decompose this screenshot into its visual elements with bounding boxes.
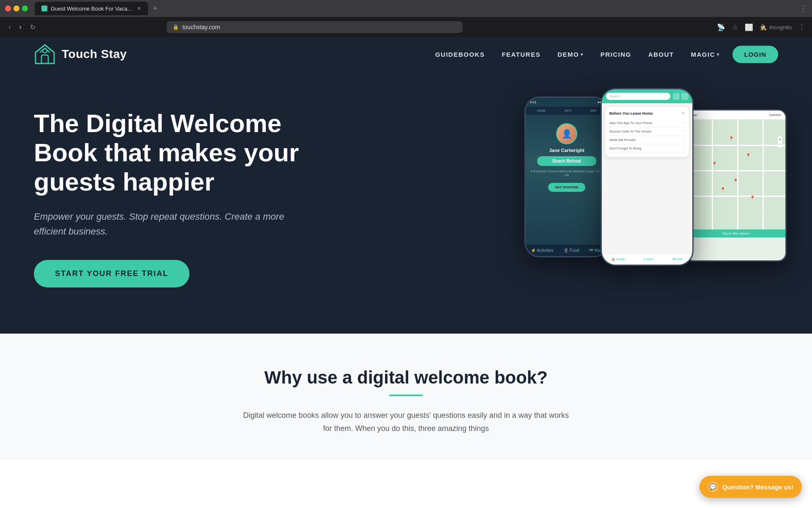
url-text: touchstay.com bbox=[182, 24, 220, 30]
incognito-label: Incognito bbox=[769, 24, 792, 30]
profile-avatar: 👤 bbox=[556, 123, 577, 144]
refresh-button[interactable]: ↻ bbox=[28, 22, 37, 33]
phone-bottom-nav: ⚡ Activities 🍴 Food 🗺 Map bbox=[526, 245, 608, 256]
tab-title: Guest Welcome Book For Vaca... bbox=[51, 6, 132, 12]
arrow-icon: › bbox=[683, 130, 685, 133]
map-filter-bar[interactable]: Tap to filter places bbox=[686, 229, 785, 237]
minimize-window-button[interactable] bbox=[14, 6, 19, 11]
phone-search-placeholder: Search bbox=[609, 94, 620, 98]
nav-links: GUIDEBOOKS FEATURES DEMO ▾ PRICING ABOUT… bbox=[435, 51, 720, 58]
address-bar: ‹ › ↻ 🔒 touchstay.com 📡 ☆ ⬜ 🕵️ Incognito… bbox=[0, 17, 812, 37]
modal-item-3: Don't Forget To Bring › bbox=[609, 144, 685, 153]
hero-subtitle: Empower your guests. Stop repeat questio… bbox=[34, 209, 304, 239]
road-v1 bbox=[712, 119, 713, 229]
phone-mockup-center: Search Before You Leave Home ✕ bbox=[601, 88, 694, 266]
road-v3 bbox=[763, 119, 764, 229]
extension-icon[interactable]: ⬜ bbox=[745, 23, 753, 31]
get-started-button[interactable]: GET STARTED bbox=[548, 183, 585, 192]
pc-nav-home: 🏠 HOME bbox=[612, 258, 625, 261]
new-tab-button[interactable]: + bbox=[150, 4, 161, 13]
beach-label: Beach Retreat bbox=[537, 156, 596, 166]
browser-window: Guest Welcome Book For Vaca... ✕ + ⋮ ‹ ›… bbox=[0, 0, 812, 460]
map-header: Map Satellite bbox=[686, 110, 785, 119]
phone-nav-map: MAP bbox=[590, 109, 597, 112]
nav-demo[interactable]: DEMO ▾ bbox=[557, 51, 584, 58]
map-pin-6: 📍 bbox=[750, 196, 755, 200]
back-button[interactable]: ‹ bbox=[7, 22, 12, 33]
phone-center-icons bbox=[673, 93, 688, 100]
pc-nav-info: ℹ INFO bbox=[644, 258, 653, 261]
nav-about[interactable]: ABOUT bbox=[648, 51, 674, 58]
road-h1 bbox=[686, 145, 785, 146]
profile-section: 👤 Jane Cartwright Beach Retreat 6 Exampl… bbox=[526, 115, 608, 198]
nav-features[interactable]: FEATURES bbox=[502, 51, 540, 58]
phone-mockup-left: 9:41 ●●● HOME INFO MAP 👤 Jane Cartwright… bbox=[524, 97, 609, 257]
login-button[interactable]: LOGIN bbox=[732, 46, 779, 63]
modal-title: Before You Leave Home bbox=[609, 111, 653, 116]
modal-item-0: Add This App To Your Phone › bbox=[609, 119, 685, 127]
cta-button[interactable]: START YOUR FREE TRIAL bbox=[34, 260, 189, 287]
arrow-icon: › bbox=[683, 146, 685, 150]
before-leave-modal: Before You Leave Home ✕ Add This App To … bbox=[605, 107, 689, 157]
modal-header: Before You Leave Home ✕ bbox=[609, 111, 685, 116]
phone-grid-icon bbox=[673, 93, 680, 100]
phone-mockup-right: Map Satellite 📍 bbox=[685, 109, 787, 262]
tab-close-button[interactable]: ✕ bbox=[137, 6, 141, 11]
modal-item-1: Access Code To The House › bbox=[609, 127, 685, 136]
bookmark-icon[interactable]: ☆ bbox=[732, 23, 738, 31]
activities-icon: ⚡ Activities bbox=[531, 248, 554, 253]
arrow-icon: › bbox=[683, 138, 685, 142]
phone-center-bottom-nav: 🏠 HOME ℹ INFO 🗺 MAP bbox=[602, 254, 692, 265]
logo-text: Touch Stay bbox=[62, 47, 127, 61]
road-v2 bbox=[737, 119, 738, 229]
cast-icon[interactable]: 📡 bbox=[717, 23, 725, 31]
zoom-out-icon[interactable]: − bbox=[779, 142, 781, 146]
website-content: Touch Stay GUIDEBOOKS FEATURES DEMO ▾ PR… bbox=[0, 37, 812, 460]
phone-right-screen: Map Satellite 📍 bbox=[686, 110, 785, 260]
hero-section: The Digital Welcome Book that makes your… bbox=[0, 71, 812, 334]
map-pin-3: 📍 bbox=[712, 162, 717, 166]
url-bar[interactable]: 🔒 touchstay.com bbox=[167, 21, 463, 33]
food-icon: 🍴 Food bbox=[563, 248, 579, 253]
section-title: Why use a digital welcome book? bbox=[34, 367, 778, 388]
logo-link[interactable]: Touch Stay bbox=[34, 43, 127, 65]
map-pin-2: 📍 bbox=[746, 153, 751, 158]
zoom-in-icon[interactable]: + bbox=[779, 137, 781, 142]
nav-guidebooks[interactable]: GUIDEBOOKS bbox=[435, 51, 485, 58]
traffic-lights bbox=[5, 6, 28, 11]
lock-icon: 🔒 bbox=[173, 24, 179, 30]
incognito-badge: 🕵️ Incognito bbox=[760, 24, 792, 30]
section-underline bbox=[389, 395, 423, 396]
browser-options-icon[interactable]: ⋮ bbox=[798, 23, 805, 31]
map-background: 📍 📍 📍 📍 📍 📍 + − bbox=[686, 119, 785, 229]
phone-nav-home: HOME bbox=[537, 109, 546, 112]
map-pin-1: 📍 bbox=[729, 136, 734, 141]
phone-center-header: Search bbox=[602, 89, 692, 103]
browser-toolbar-icons: 📡 ☆ ⬜ 🕵️ Incognito ⋮ bbox=[717, 23, 805, 31]
modal-close-icon[interactable]: ✕ bbox=[681, 111, 685, 116]
hero-content: The Digital Welcome Book that makes your… bbox=[34, 109, 304, 287]
hero-title: The Digital Welcome Book that makes your… bbox=[34, 109, 304, 196]
forward-button[interactable]: › bbox=[17, 22, 23, 33]
map-zoom-controls[interactable]: + − bbox=[778, 136, 782, 147]
maximize-window-button[interactable] bbox=[22, 6, 28, 11]
location-tag: 6 Example Close Kalmorde Western Cape 71… bbox=[530, 169, 604, 177]
road-h3 bbox=[686, 196, 785, 197]
magic-chevron-icon: ▾ bbox=[717, 52, 720, 57]
hero-phones: 9:41 ●●● HOME INFO MAP 👤 Jane Cartwright… bbox=[524, 88, 787, 266]
map-pin-4: 📍 bbox=[733, 179, 738, 183]
nav-magic[interactable]: MAGIC ▾ bbox=[691, 51, 720, 58]
site-navbar: Touch Stay GUIDEBOOKS FEATURES DEMO ▾ PR… bbox=[0, 37, 812, 71]
white-section: Why use a digital welcome book? Digital … bbox=[0, 334, 812, 460]
phone-time: 9:41 bbox=[530, 100, 537, 104]
close-window-button[interactable] bbox=[5, 6, 11, 11]
incognito-icon: 🕵️ bbox=[760, 24, 767, 30]
active-tab[interactable]: Guest Welcome Book For Vaca... ✕ bbox=[35, 2, 148, 15]
arrow-icon: › bbox=[683, 121, 685, 125]
nav-pricing[interactable]: PRICING bbox=[601, 51, 631, 58]
browser-menu-button[interactable]: ⋮ bbox=[799, 4, 807, 13]
phone-left-screen: 9:41 ●●● HOME INFO MAP 👤 Jane Cartwright… bbox=[526, 98, 608, 256]
phone-center-screen: Search Before You Leave Home ✕ bbox=[602, 89, 692, 265]
phone-left-nav: HOME INFO MAP bbox=[526, 107, 608, 115]
demo-chevron-icon: ▾ bbox=[581, 52, 584, 57]
